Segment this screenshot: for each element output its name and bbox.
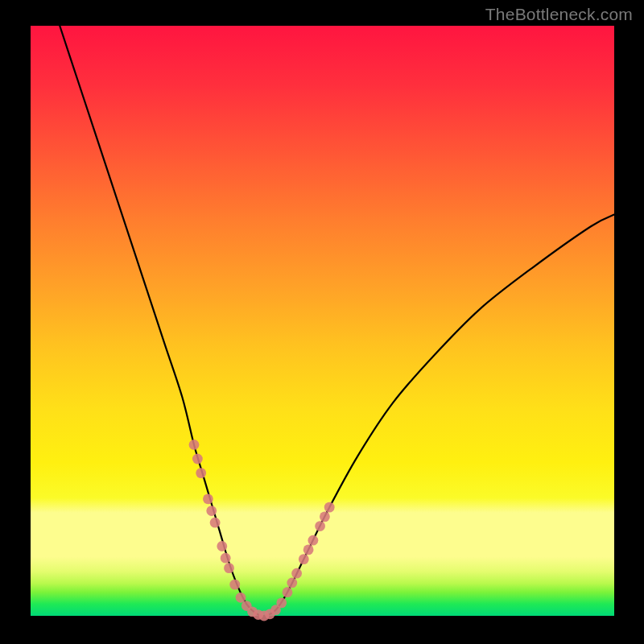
highlight-markers-group: [189, 440, 335, 621]
highlight-marker: [206, 506, 217, 516]
highlight-marker: [221, 553, 231, 564]
highlight-marker: [192, 454, 203, 464]
highlight-marker: [217, 541, 227, 551]
highlight-marker: [299, 554, 309, 564]
highlight-marker: [196, 468, 206, 478]
highlight-marker: [236, 592, 246, 603]
highlight-marker: [210, 518, 221, 528]
highlight-marker: [224, 563, 234, 573]
highlight-marker: [291, 568, 302, 579]
highlight-marker: [283, 587, 293, 597]
highlight-marker: [320, 511, 330, 522]
highlight-marker: [303, 545, 314, 555]
watermark-text: TheBottleneck.com: [485, 5, 633, 24]
bottleneck-curve-path: [60, 26, 614, 616]
highlight-marker: [315, 521, 325, 531]
chart-frame: TheBottleneck.com: [0, 0, 644, 644]
highlight-marker: [287, 578, 297, 588]
highlight-marker: [308, 535, 319, 546]
highlight-marker: [276, 597, 287, 608]
curve-layer: [31, 26, 614, 616]
highlight-marker: [189, 440, 200, 450]
highlight-marker: [229, 580, 240, 590]
highlight-marker: [324, 502, 335, 513]
highlight-marker: [203, 493, 213, 504]
